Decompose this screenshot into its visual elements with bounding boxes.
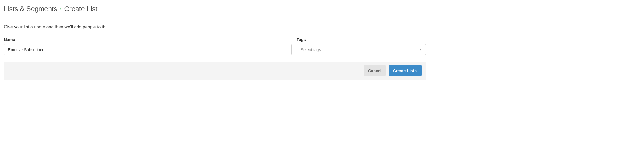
form-content: Give your list a name and then we'll add…	[0, 19, 430, 55]
caret-down-icon: ▼	[419, 48, 422, 51]
breadcrumb: Lists & Segments › Create List	[4, 5, 426, 13]
tags-select[interactable]: Select tags ▼	[297, 44, 426, 55]
breadcrumb-current: Create List	[64, 5, 98, 13]
field-tags-group: Tags Select tags ▼	[297, 37, 426, 55]
name-label: Name	[4, 37, 292, 42]
name-input[interactable]	[4, 44, 292, 55]
chevron-right-icon: ›	[60, 6, 62, 12]
field-name-group: Name	[4, 37, 292, 55]
form-row: Name Tags Select tags ▼	[4, 37, 426, 55]
create-list-button[interactable]: Create List »	[389, 65, 422, 76]
action-footer: Cancel Create List »	[4, 62, 426, 80]
cancel-button[interactable]: Cancel	[364, 65, 386, 76]
intro-text: Give your list a name and then we'll add…	[4, 25, 426, 30]
tags-placeholder: Select tags	[301, 47, 321, 52]
page-header: Lists & Segments › Create List	[0, 0, 430, 19]
tags-label: Tags	[297, 37, 426, 42]
breadcrumb-parent-link[interactable]: Lists & Segments	[4, 5, 57, 13]
